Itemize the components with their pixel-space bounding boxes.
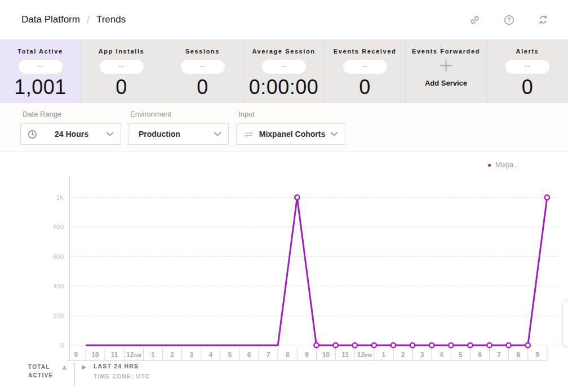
svg-text:1: 1: [151, 351, 155, 359]
range-info: LAST 24 HRS TIME ZONE: UTC: [94, 363, 150, 380]
expand-row-icon[interactable]: ▶: [82, 364, 86, 370]
sort-ascending-icon[interactable]: ▲: [62, 364, 66, 370]
breadcrumb: Data Platform / Trends: [21, 14, 126, 26]
stat-value: 0: [81, 75, 162, 99]
svg-text:1: 1: [382, 351, 386, 359]
chart-footer: TOTAL ACTIVE ▲ ▶ LAST 24 HRS TIME ZONE: …: [28, 363, 150, 385]
clock-icon: [28, 130, 37, 139]
stat-value: 0:00:00: [243, 75, 324, 99]
breadcrumb-section[interactable]: Data Platform: [21, 14, 80, 25]
filter-label: Date Range: [23, 110, 121, 118]
stat-label: Events Forwarded: [406, 48, 486, 55]
stat-card-total-active[interactable]: Total Active -- 1,001: [0, 39, 81, 103]
svg-text:0: 0: [60, 342, 64, 349]
filter-environment: Environment Production: [128, 110, 229, 145]
svg-text:4: 4: [208, 351, 212, 359]
stat-card-average-session[interactable]: Average Session -- 0:00:00: [243, 39, 325, 103]
svg-text:7: 7: [497, 351, 501, 359]
svg-text:8: 8: [286, 351, 290, 359]
svg-text:10: 10: [91, 351, 99, 359]
share-link-icon[interactable]: [469, 14, 480, 25]
svg-text:1K: 1K: [56, 194, 64, 201]
plus-icon: [406, 56, 486, 75]
stat-label: App Installs: [81, 48, 162, 55]
svg-text:400: 400: [53, 283, 64, 289]
svg-text:3: 3: [420, 351, 424, 359]
cut-off-side-panel: [562, 300, 568, 347]
app-root: Data Platform / Trends ?: [0, 0, 568, 392]
stat-card-events-received[interactable]: Events Received -- 0: [325, 39, 406, 103]
stat-label: Sessions: [162, 48, 243, 55]
stat-label: Total Active: [0, 48, 81, 55]
svg-text:8: 8: [516, 351, 520, 359]
stat-card-events-forwarded-add-service[interactable]: Events Forwarded Add Service: [406, 39, 487, 103]
svg-text:9: 9: [535, 351, 539, 359]
breadcrumb-page: Trends: [96, 14, 126, 25]
page-header: Data Platform / Trends ?: [0, 0, 568, 39]
input-value: Mixpanel Cohorts: [254, 130, 330, 139]
filter-label: Environment: [130, 110, 229, 118]
metric-name: TOTAL ACTIVE: [28, 363, 53, 380]
stat-label: Average Session: [243, 48, 324, 55]
chevron-down-icon: [330, 132, 338, 136]
date-range-dropdown[interactable]: 24 Hours: [20, 123, 121, 145]
stat-label: Alerts: [487, 48, 568, 55]
environment-value: Production: [135, 130, 214, 139]
date-range-value: 24 Hours: [37, 130, 106, 139]
svg-text:10: 10: [322, 351, 330, 359]
filter-bar: Date Range 24 Hours Environment Producti…: [0, 103, 568, 152]
environment-dropdown[interactable]: Production: [128, 123, 229, 145]
help-icon[interactable]: ?: [503, 14, 514, 25]
stat-card-app-installs[interactable]: App Installs -- 0: [81, 39, 162, 103]
svg-text:6: 6: [478, 351, 482, 359]
stat-delta-pill: --: [505, 60, 549, 74]
svg-text:11: 11: [111, 351, 118, 359]
add-service-label: Add Service: [406, 79, 486, 87]
stat-card-sessions[interactable]: Sessions -- 0: [162, 39, 243, 103]
svg-text:9: 9: [305, 351, 309, 359]
stat-delta-pill: --: [262, 60, 306, 74]
stat-value: 0: [325, 75, 405, 99]
svg-text:9: 9: [74, 351, 78, 359]
chevron-down-icon: [106, 132, 114, 136]
stat-value: 1,001: [0, 75, 81, 99]
svg-text:600: 600: [53, 253, 64, 260]
chart-section: Mixpa... 02004006008001K9101112AM1234567…: [0, 152, 568, 392]
svg-text:2: 2: [401, 351, 405, 359]
swap-arrows-icon: [243, 130, 254, 139]
stat-card-alerts[interactable]: Alerts -- 0: [487, 39, 568, 103]
svg-text:5: 5: [228, 351, 232, 359]
header-actions: ?: [469, 14, 549, 25]
stat-delta-pill: --: [181, 60, 225, 74]
svg-text:6: 6: [247, 351, 251, 359]
svg-text:3: 3: [189, 351, 193, 359]
stat-value: 0: [162, 75, 243, 99]
breadcrumb-separator: /: [87, 14, 90, 26]
stat-delta-pill: --: [19, 60, 63, 74]
svg-text:2: 2: [170, 351, 174, 359]
trend-line-chart[interactable]: 02004006008001K9101112AM123456789101112P…: [0, 158, 568, 392]
stats-row: Total Active -- 1,001 App Installs -- 0 …: [0, 39, 568, 103]
stat-value: 0: [487, 75, 568, 99]
svg-text:7: 7: [267, 351, 270, 359]
stat-label: Events Received: [325, 48, 405, 55]
input-dropdown[interactable]: Mixpanel Cohorts: [236, 123, 345, 145]
chevron-down-icon: [214, 132, 221, 136]
range-label: LAST 24 HRS: [94, 363, 150, 369]
svg-text:?: ?: [507, 17, 511, 23]
svg-text:5: 5: [459, 351, 463, 359]
svg-text:12AM: 12AM: [126, 351, 141, 359]
filter-date-range: Date Range 24 Hours: [20, 110, 121, 145]
filter-label: Input: [238, 110, 345, 118]
footer-divider: [74, 363, 75, 385]
refresh-icon[interactable]: [538, 14, 549, 25]
svg-text:11: 11: [341, 351, 349, 359]
timezone-label: TIME ZONE: UTC: [94, 373, 150, 380]
filter-input: Input Mixpanel Cohorts: [236, 110, 345, 145]
svg-text:12PM: 12PM: [357, 351, 372, 359]
stat-delta-pill: --: [343, 60, 387, 74]
svg-text:200: 200: [53, 313, 64, 319]
svg-text:800: 800: [53, 224, 64, 230]
stat-delta-pill: --: [100, 60, 144, 74]
svg-text:4: 4: [440, 351, 443, 359]
